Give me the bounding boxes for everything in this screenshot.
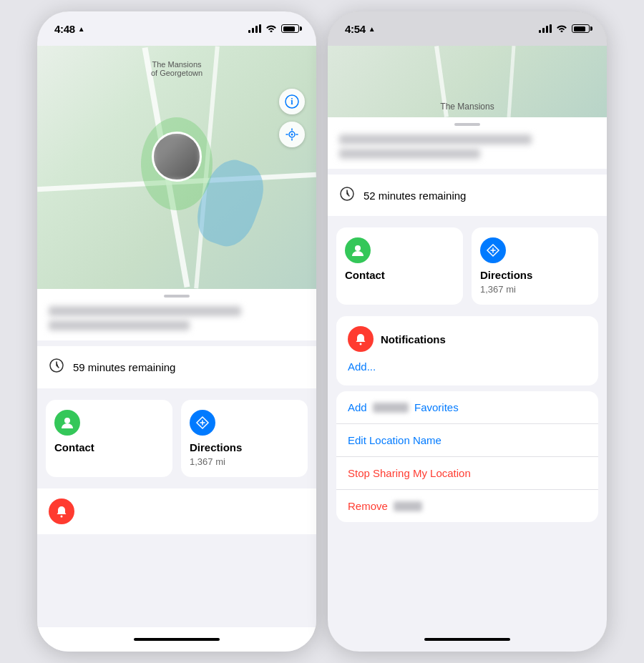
notifications-card-right: Notifications Add... [336, 316, 598, 385]
person-info-right [328, 126, 607, 169]
directions-label-right: Directions [480, 269, 532, 281]
contact-label-right: Contact [345, 269, 385, 281]
notification-row-left[interactable] [37, 488, 316, 534]
status-icons-left [248, 24, 299, 34]
directions-icon-left [190, 410, 215, 436]
actions-list: Add Favorites Edit Location Name Stop Sh… [336, 391, 598, 522]
blurred-name-remove [394, 501, 422, 511]
battery-icon-right [572, 24, 590, 33]
directions-label-left: Directions [190, 441, 242, 453]
stop-sharing-item[interactable]: Stop Sharing My Location [336, 457, 598, 490]
battery-icon-left [281, 24, 299, 33]
notifications-add[interactable]: Add... [348, 358, 587, 375]
person-detail-blurred-right [339, 149, 480, 159]
status-icons-right [539, 24, 590, 34]
time-left: 4:48 [54, 23, 75, 35]
blurred-name-favorites [373, 403, 409, 413]
map-label-right: The Mansions [440, 102, 494, 112]
person-name-blurred-left [49, 306, 241, 316]
home-bar-line-left [134, 638, 220, 641]
person-info-left [37, 298, 316, 340]
wifi-icon-left [265, 24, 277, 34]
directions-icon-right [480, 237, 506, 263]
svg-point-3 [291, 134, 293, 136]
right-content: 52 minutes remaining Contact Directions … [328, 117, 607, 627]
time-right: 4:54 [345, 23, 366, 35]
right-phone: 4:54 ▲ The Mansions [328, 11, 607, 652]
contact-button-left[interactable]: Contact [46, 400, 172, 477]
sheet-handle-area-right [328, 117, 607, 126]
notifications-label: Notifications [381, 333, 446, 345]
timer-card-left: 59 minutes remaining [37, 346, 316, 388]
map-label-left: The Mansions of Georgetown [151, 60, 203, 77]
svg-point-8 [355, 245, 361, 251]
directions-sublabel-left: 1,367 mi [190, 456, 225, 467]
left-phone: 4:48 ▲ The Mansions [37, 11, 316, 652]
person-name-blurred-right [339, 134, 532, 144]
person-avatar-left [152, 132, 202, 182]
home-bar-line-right [424, 638, 510, 641]
notification-icon-left [49, 499, 74, 524]
status-bar-left: 4:48 ▲ [37, 11, 316, 46]
contact-icon-left [54, 410, 80, 436]
map-left: The Mansions of Georgetown i [37, 46, 316, 289]
contact-label-left: Contact [54, 441, 94, 453]
svg-point-6 [61, 516, 63, 518]
contact-button-right[interactable]: Contact [336, 227, 463, 305]
timer-icon-left [49, 358, 64, 377]
timer-icon-right [339, 186, 355, 205]
timer-text-left: 59 minutes remaining [73, 361, 175, 373]
notification-icon-right [348, 326, 374, 352]
sheet-handle-right [454, 123, 480, 126]
map-right: The Mansions [328, 46, 607, 117]
directions-button-left[interactable]: Directions 1,367 mi [181, 400, 308, 477]
directions-button-right[interactable]: Directions 1,367 mi [472, 227, 598, 305]
home-bar-left [37, 627, 316, 652]
locate-button[interactable] [279, 122, 305, 147]
bottom-sheet-left: 59 minutes remaining Contact Directions … [37, 289, 316, 652]
location-arrow-left: ▲ [78, 25, 85, 33]
status-bar-right: 4:54 ▲ [328, 11, 607, 46]
svg-point-5 [64, 418, 70, 423]
wifi-icon-right [556, 24, 567, 34]
directions-sublabel-right: 1,367 mi [480, 284, 516, 295]
home-bar-right [328, 627, 607, 652]
svg-text:i: i [291, 97, 293, 107]
signal-bars-left [248, 24, 261, 33]
location-arrow-right: ▲ [369, 25, 376, 33]
action-row-right: Contact Directions 1,367 mi [328, 222, 607, 310]
person-detail-blurred-left [49, 320, 190, 330]
sheet-handle-area-left [37, 289, 316, 298]
add-favorites-item[interactable]: Add Favorites [336, 391, 598, 424]
signal-bars-right [539, 24, 552, 33]
action-row-left: Contact Directions 1,367 mi [37, 394, 316, 483]
map-info-button[interactable]: i [279, 89, 305, 114]
timer-text-right: 52 minutes remaining [364, 190, 466, 202]
edit-location-name-item[interactable]: Edit Location Name [336, 424, 598, 457]
svg-point-9 [360, 343, 362, 345]
remove-item[interactable]: Remove [336, 490, 598, 522]
contact-icon-right [345, 237, 371, 263]
timer-card-right: 52 minutes remaining [328, 175, 607, 216]
